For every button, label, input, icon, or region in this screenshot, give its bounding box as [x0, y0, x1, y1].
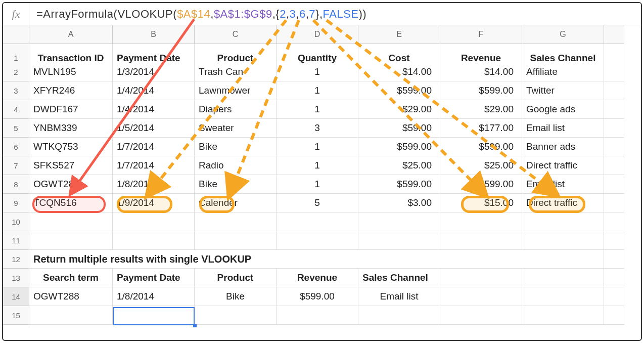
cell-F6[interactable]: $599.00: [440, 138, 522, 156]
row-head-14[interactable]: 14: [3, 287, 29, 306]
cell-D8[interactable]: 1: [277, 175, 358, 194]
col-head-B[interactable]: B: [113, 25, 195, 44]
cell-blank[interactable]: [604, 119, 624, 138]
cell-D11[interactable]: [277, 231, 358, 250]
cell-E4[interactable]: $29.00: [358, 100, 440, 119]
row-head-4[interactable]: 4: [3, 100, 29, 119]
cell-E10[interactable]: [358, 212, 440, 231]
cell-F10[interactable]: [440, 212, 522, 231]
cell-G14[interactable]: [522, 287, 604, 306]
cell-A6[interactable]: WTKQ753: [29, 138, 113, 156]
cell-G15[interactable]: [522, 306, 604, 325]
cell-G7[interactable]: Direct traffic: [522, 156, 604, 175]
cell-G13[interactable]: [522, 269, 604, 287]
cell-blank[interactable]: [604, 306, 624, 325]
formula-input[interactable]: =ArrayFormula(VLOOKUP($A$14,$A$1:$G$9,{2…: [29, 8, 641, 21]
cell-F14[interactable]: [440, 287, 522, 306]
row-head-9[interactable]: 9: [3, 194, 29, 212]
label-revenue[interactable]: Revenue: [277, 269, 358, 287]
cell-C3[interactable]: Lawnmower: [195, 81, 277, 100]
row-head-2[interactable]: 2: [3, 63, 29, 81]
row-head-11[interactable]: 11: [3, 231, 29, 250]
cell-D5[interactable]: 3: [277, 119, 358, 138]
cell-D7[interactable]: 1: [277, 156, 358, 175]
cell-D10[interactable]: [277, 212, 358, 231]
cell-B4[interactable]: 1/4/2014: [113, 100, 195, 119]
cell-C11[interactable]: [195, 231, 277, 250]
cell-E7[interactable]: $25.00: [358, 156, 440, 175]
row-head-8[interactable]: 8: [3, 175, 29, 194]
cell-A9[interactable]: TCQN516: [29, 194, 113, 212]
col-head-C[interactable]: C: [195, 25, 277, 44]
cell-D15[interactable]: [277, 306, 358, 325]
cell-D3[interactable]: 1: [277, 81, 358, 100]
cell-C5[interactable]: Sweater: [195, 119, 277, 138]
cell-G3[interactable]: Twitter: [522, 81, 604, 100]
cell-G4[interactable]: Google ads: [522, 100, 604, 119]
row-head-10[interactable]: 10: [3, 212, 29, 231]
col-head-A[interactable]: A: [29, 25, 113, 44]
cell-F11[interactable]: [440, 231, 522, 250]
cell-B14-selected[interactable]: 1/8/2014: [113, 287, 195, 306]
cell-blank[interactable]: [604, 287, 624, 306]
cell-blank[interactable]: [604, 250, 624, 269]
cell-G10[interactable]: [522, 212, 604, 231]
cell-F13[interactable]: [440, 269, 522, 287]
cell-B10[interactable]: [113, 212, 195, 231]
spreadsheet-grid[interactable]: A B C D E F G 1 Transaction ID Payment D…: [3, 25, 641, 325]
cell-blank[interactable]: [604, 156, 624, 175]
row-head-7[interactable]: 7: [3, 156, 29, 175]
cell-F9[interactable]: $15.00: [440, 194, 522, 212]
row-head-3[interactable]: 3: [3, 81, 29, 100]
cell-G6[interactable]: Banner ads: [522, 138, 604, 156]
cell-A4[interactable]: DWDF167: [29, 100, 113, 119]
cell-F8[interactable]: $599.00: [440, 175, 522, 194]
cell-D9[interactable]: 5: [277, 194, 358, 212]
cell-C2[interactable]: Trash Can: [195, 63, 277, 81]
col-head-E[interactable]: E: [358, 25, 440, 44]
row-head-12[interactable]: 12: [3, 250, 29, 269]
label-search-term[interactable]: Search term: [29, 269, 113, 287]
col-head-G[interactable]: G: [522, 25, 604, 44]
cell-F4[interactable]: $29.00: [440, 100, 522, 119]
cell-C8[interactable]: Bike: [195, 175, 277, 194]
cell-G2[interactable]: Affiliate: [522, 63, 604, 81]
col-head-F[interactable]: F: [440, 25, 522, 44]
cell-A7[interactable]: SFKS527: [29, 156, 113, 175]
cell-G8[interactable]: Email list: [522, 175, 604, 194]
label-sales-channel[interactable]: Sales Channel: [358, 269, 440, 287]
cell-blank[interactable]: [604, 231, 624, 250]
cell-blank[interactable]: [604, 81, 624, 100]
cell-blank[interactable]: [604, 100, 624, 119]
cell-B7[interactable]: 1/7/2014: [113, 156, 195, 175]
cell-E5[interactable]: $59.00: [358, 119, 440, 138]
cell-D14[interactable]: $599.00: [277, 287, 358, 306]
cell-E3[interactable]: $599.00: [358, 81, 440, 100]
cell-F7[interactable]: $25.00: [440, 156, 522, 175]
section-title[interactable]: Return multiple results with single VLOO…: [29, 250, 604, 269]
cell-blank[interactable]: [604, 175, 624, 194]
cell-A2[interactable]: MVLN195: [29, 63, 113, 81]
cell-E15[interactable]: [358, 306, 440, 325]
cell-A3[interactable]: XFYR246: [29, 81, 113, 100]
cell-E8[interactable]: $599.00: [358, 175, 440, 194]
cell-C15[interactable]: [195, 306, 277, 325]
cell-G9[interactable]: Direct traffic: [522, 194, 604, 212]
cell-D2[interactable]: 1: [277, 63, 358, 81]
cell-E2[interactable]: $14.00: [358, 63, 440, 81]
cell-B15[interactable]: [113, 306, 195, 325]
label-product[interactable]: Product: [195, 269, 277, 287]
cell-blank[interactable]: [604, 194, 624, 212]
cell-B6[interactable]: 1/7/2014: [113, 138, 195, 156]
cell-G11[interactable]: [522, 231, 604, 250]
cell-C7[interactable]: Radio: [195, 156, 277, 175]
cell-G5[interactable]: Email list: [522, 119, 604, 138]
cell-blank[interactable]: [604, 269, 624, 287]
cell-E6[interactable]: $599.00: [358, 138, 440, 156]
col-head-D[interactable]: D: [277, 25, 358, 44]
cell-B2[interactable]: 1/3/2014: [113, 63, 195, 81]
cell-D4[interactable]: 1: [277, 100, 358, 119]
cell-B3[interactable]: 1/4/2014: [113, 81, 195, 100]
cell-B11[interactable]: [113, 231, 195, 250]
cell-F3[interactable]: $599.00: [440, 81, 522, 100]
